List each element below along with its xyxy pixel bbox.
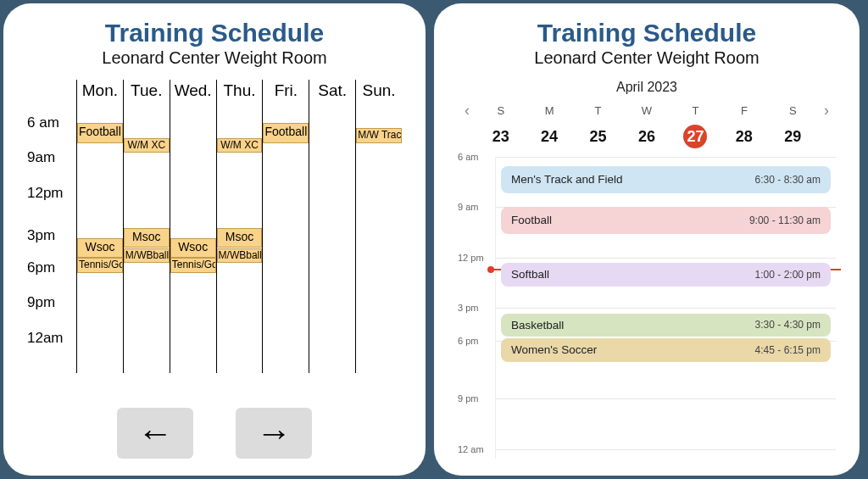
time-label: 6 pm: [458, 336, 478, 346]
day-column-wed: WsocTennis/Golf: [170, 123, 216, 373]
page-subtitle: Leonard Center Weight Room: [27, 48, 402, 68]
day-column-mon: FootballWsocTennis/Golf: [76, 123, 123, 373]
day-header: Thu.: [216, 80, 263, 123]
next-week-button[interactable]: →: [236, 408, 312, 459]
event-block[interactable]: W/M XC: [217, 138, 263, 153]
day-column-tue: W/M XCMsocM/WBball: [123, 123, 170, 373]
time-label: 12 am: [458, 444, 484, 454]
dow-label: T: [574, 104, 622, 117]
time-label: 6pm: [27, 259, 55, 276]
time-label: 3pm: [27, 227, 55, 244]
event-block[interactable]: Football9:00 - 11:30 am: [501, 207, 831, 234]
time-axis: 6 am9am12pm3pm6pm9pm12am: [27, 123, 76, 373]
dow-label: T: [671, 104, 720, 117]
date-button[interactable]: 23: [476, 128, 525, 146]
day-time-axis: 6 am9 am12 pm3 pm6 pm9 pm12 am: [458, 157, 495, 459]
date-button-selected[interactable]: 27: [671, 125, 720, 148]
day-column-sat: [309, 123, 355, 373]
time-label: 3 pm: [458, 303, 478, 313]
event-block[interactable]: Msoc: [124, 228, 170, 248]
event-block[interactable]: M/WBball: [217, 248, 263, 264]
dow-label: W: [622, 104, 670, 117]
dow-label: S: [769, 104, 817, 117]
date-button[interactable]: 29: [769, 128, 817, 146]
day-header: Wed.: [170, 80, 216, 123]
dow-label: S: [476, 104, 525, 117]
day-column-sun: M/W Track: [355, 123, 402, 373]
week-grid: Mon. Tue. Wed. Thu. Fri. Sat. Sun. 6 am9…: [27, 80, 402, 393]
time-label: 6 am: [458, 152, 478, 162]
event-block[interactable]: Softball1:00 - 2:00 pm: [501, 263, 831, 287]
day-column-fri: Football: [262, 123, 309, 373]
event-block[interactable]: Tennis/Golf: [170, 258, 216, 273]
chevron-right-icon[interactable]: ›: [817, 102, 836, 120]
event-block[interactable]: Men's Track and Field6:30 - 8:30 am: [501, 166, 831, 193]
day-view: 6 am9 am12 pm3 pm6 pm9 pm12 am Men's Tra…: [458, 157, 836, 459]
day-header: Tue.: [123, 80, 170, 123]
day-event-area: Men's Track and Field6:30 - 8:30 amFootb…: [495, 157, 836, 459]
event-block[interactable]: Basketball3:30 - 4:30 pm: [501, 314, 831, 337]
dow-label: M: [525, 104, 573, 117]
event-block[interactable]: Wsoc: [77, 238, 123, 259]
event-block[interactable]: W/M XC: [124, 138, 170, 153]
date-button[interactable]: 28: [720, 128, 768, 146]
day-header: Sun.: [355, 80, 402, 123]
event-block[interactable]: Wsoc: [170, 238, 216, 259]
day-column-thu: W/M XCMsocM/WBball: [216, 123, 263, 373]
arrow-right-icon: →: [256, 413, 292, 454]
time-label: 12pm: [27, 185, 64, 202]
day-header: Mon.: [76, 80, 123, 123]
event-block[interactable]: M/WBball: [124, 248, 170, 264]
time-label: 6 am: [27, 114, 59, 131]
time-label: 9 am: [458, 202, 478, 212]
week-nav: ← →: [27, 408, 402, 459]
time-label: 12am: [27, 330, 64, 347]
event-name: Football: [511, 214, 552, 226]
chevron-left-icon[interactable]: ‹: [458, 102, 476, 120]
event-name: Softball: [511, 268, 549, 281]
event-name: Men's Track and Field: [511, 173, 623, 186]
week-schedule-card: Training Schedule Leonard Center Weight …: [3, 3, 426, 476]
time-label: 9pm: [27, 294, 55, 311]
page-title: Training Schedule: [27, 19, 402, 47]
date-button[interactable]: 26: [622, 128, 670, 146]
event-block[interactable]: Tennis/Golf: [77, 258, 123, 273]
arrow-left-icon: ←: [137, 413, 173, 454]
event-time: 1:00 - 2:00 pm: [755, 269, 821, 281]
time-label: 9am: [27, 149, 55, 166]
page-title: Training Schedule: [458, 19, 836, 47]
event-time: 3:30 - 4:30 pm: [755, 319, 821, 331]
event-block[interactable]: M/W Track: [356, 128, 402, 143]
page-subtitle: Leonard Center Weight Room: [458, 48, 836, 68]
event-block[interactable]: Football: [263, 123, 309, 143]
time-label: 9 pm: [458, 393, 478, 404]
date-button[interactable]: 24: [525, 128, 573, 146]
date-button[interactable]: 25: [574, 128, 622, 146]
day-header: Sat.: [309, 80, 355, 123]
event-time: 6:30 - 8:30 am: [755, 174, 821, 186]
event-block[interactable]: Msoc: [217, 228, 263, 248]
month-label: April 2023: [458, 80, 836, 95]
day-schedule-card: Training Schedule Leonard Center Weight …: [434, 3, 860, 476]
dow-label: F: [720, 104, 768, 117]
event-block[interactable]: Football: [77, 123, 123, 143]
event-time: 4:45 - 6:15 pm: [755, 344, 821, 356]
prev-week-button[interactable]: ←: [117, 408, 193, 459]
event-time: 9:00 - 11:30 am: [749, 214, 821, 226]
day-header: Fri.: [262, 80, 309, 123]
event-block[interactable]: Women's Soccer4:45 - 6:15 pm: [501, 338, 831, 362]
time-label: 12 pm: [458, 253, 484, 263]
event-name: Basketball: [511, 319, 564, 331]
event-name: Women's Soccer: [511, 343, 597, 356]
date-picker-row: ‹ S M T W T F S › 23 24 25 26 27 28 29: [458, 102, 836, 148]
